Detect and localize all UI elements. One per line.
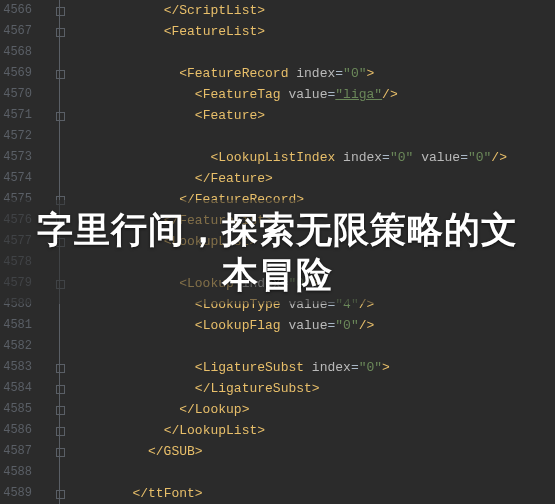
code-line[interactable]: <LigatureSubst index="0"> [70, 357, 555, 378]
fold-guide [34, 462, 70, 483]
fold-guide [34, 126, 70, 147]
code-line[interactable]: <LookupListIndex index="0" value="0"/> [70, 147, 555, 168]
fold-toggle[interactable] [34, 63, 70, 84]
code-line[interactable]: </Lookup> [70, 399, 555, 420]
code-line[interactable]: <Feature> [70, 105, 555, 126]
line-number: 4583 [0, 357, 32, 378]
line-number: 4585 [0, 399, 32, 420]
line-number: 4584 [0, 378, 32, 399]
line-number: 4568 [0, 42, 32, 63]
fold-guide [34, 84, 70, 105]
code-line[interactable]: <FeatureTag value="liga"/> [70, 84, 555, 105]
line-number: 4566 [0, 0, 32, 21]
code-line[interactable]: <LookupFlag value="0"/> [70, 315, 555, 336]
code-line[interactable]: </LigatureSubst> [70, 378, 555, 399]
line-number: 4571 [0, 105, 32, 126]
line-number: 4589 [0, 483, 32, 504]
fold-guide [34, 168, 70, 189]
line-number: 4574 [0, 168, 32, 189]
code-line[interactable]: <FeatureRecord index="0"> [70, 63, 555, 84]
line-number: 4567 [0, 21, 32, 42]
fold-toggle[interactable] [34, 420, 70, 441]
line-number: 4586 [0, 420, 32, 441]
code-line[interactable]: <FeatureList> [70, 21, 555, 42]
line-number: 4581 [0, 315, 32, 336]
code-line[interactable]: </ttFont> [70, 483, 555, 504]
code-line[interactable] [70, 42, 555, 63]
code-line[interactable]: </GSUB> [70, 441, 555, 462]
line-number: 4572 [0, 126, 32, 147]
code-line[interactable]: </ScriptList> [70, 0, 555, 21]
line-number: 4570 [0, 84, 32, 105]
code-line[interactable]: </Feature> [70, 168, 555, 189]
code-line[interactable] [70, 462, 555, 483]
fold-toggle[interactable] [34, 21, 70, 42]
headline-text: 字里行间，探索无限策略的文本冒险 [20, 207, 535, 297]
code-line[interactable]: </LookupList> [70, 420, 555, 441]
fold-guide [34, 315, 70, 336]
line-number: 4569 [0, 63, 32, 84]
line-number: 4573 [0, 147, 32, 168]
fold-toggle[interactable] [34, 483, 70, 504]
fold-guide [34, 147, 70, 168]
fold-toggle[interactable] [34, 399, 70, 420]
fold-toggle[interactable] [34, 378, 70, 399]
line-number: 4588 [0, 462, 32, 483]
fold-toggle[interactable] [34, 105, 70, 126]
fold-toggle[interactable] [34, 0, 70, 21]
code-line[interactable] [70, 126, 555, 147]
headline-overlay: 字里行间，探索无限策略的文本冒险 [0, 200, 555, 304]
line-number: 4582 [0, 336, 32, 357]
fold-toggle[interactable] [34, 357, 70, 378]
fold-guide [34, 336, 70, 357]
fold-guide [34, 42, 70, 63]
line-number: 4587 [0, 441, 32, 462]
fold-toggle[interactable] [34, 441, 70, 462]
code-line[interactable] [70, 336, 555, 357]
